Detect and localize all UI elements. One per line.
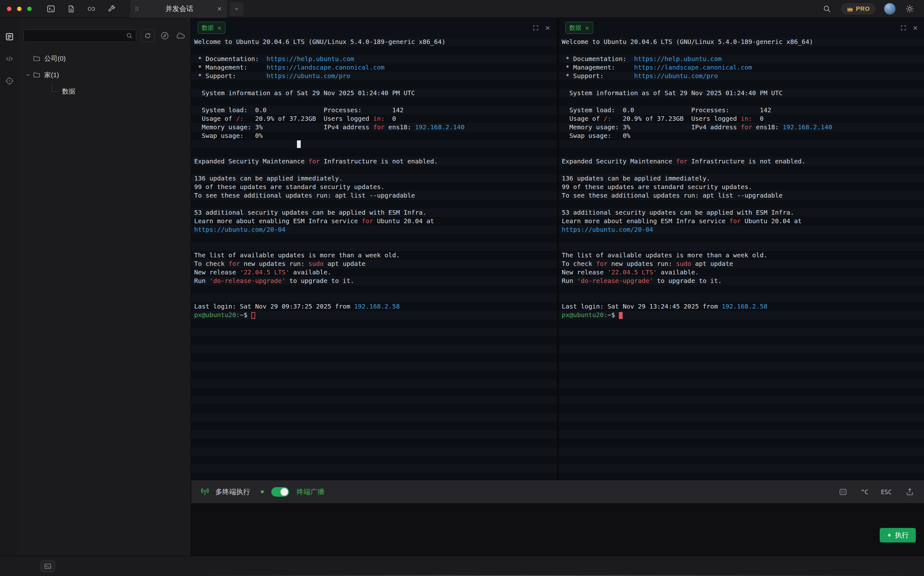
terminal-line xyxy=(559,422,924,430)
terminal-line xyxy=(191,319,557,328)
terminal-line xyxy=(559,396,924,405)
pro-badge[interactable]: PRO xyxy=(841,3,875,14)
terminal-line xyxy=(559,319,924,328)
terminal-line: * Management: https://landscape.canonica… xyxy=(191,63,557,72)
terminal-line: px@ubuntu20:~$ xyxy=(559,311,924,319)
terminal-line: System information as of Sat 29 Nov 2025… xyxy=(191,89,557,98)
zoom-window-button[interactable] xyxy=(27,6,32,11)
broadcast-toggle[interactable] xyxy=(271,487,289,497)
terminal-line xyxy=(559,336,924,345)
terminal-line: The list of available updates is more th… xyxy=(191,251,557,259)
terminal-line xyxy=(191,294,557,302)
search-input-wrap xyxy=(23,29,136,42)
terminal-line xyxy=(559,473,924,480)
tab-close-icon[interactable]: × xyxy=(216,5,223,13)
tree-item[interactable]: 家(1) xyxy=(19,67,191,83)
close-window-button[interactable] xyxy=(7,6,11,11)
tree-connector xyxy=(52,82,58,92)
terminal-line xyxy=(191,439,557,447)
terminal-line xyxy=(191,166,557,174)
tools-wrench-icon[interactable] xyxy=(106,3,117,14)
terminal-line: 53 additional security updates can be ap… xyxy=(559,208,924,217)
sessions-list-icon[interactable] xyxy=(5,32,14,42)
compass-browse-icon[interactable] xyxy=(159,30,170,42)
search-icon[interactable] xyxy=(822,3,832,14)
terminal-line xyxy=(191,413,557,422)
cloud-sync-icon[interactable] xyxy=(175,30,186,42)
terminal-output[interactable]: Welcome to Ubuntu 20.04.6 LTS (GNU/Linux… xyxy=(191,38,557,480)
console-panel-button[interactable] xyxy=(40,560,55,572)
activity-rail xyxy=(0,18,19,556)
tab-title: 并发会话 xyxy=(143,4,216,14)
terminal-line xyxy=(559,294,924,302)
close-pane-icon[interactable]: × xyxy=(545,24,550,32)
terminal-line xyxy=(191,422,557,430)
maximize-pane-icon[interactable] xyxy=(533,25,539,31)
terminal-line: 136 updates can be applied immediately. xyxy=(191,174,557,183)
terminal-line: Usage of /: 20.9% of 37.23GB Users logge… xyxy=(191,114,557,123)
terminal-line: * Documentation: https://help.ubuntu.com xyxy=(559,55,924,63)
keypad-icon[interactable] xyxy=(838,486,849,497)
execute-button[interactable]: 执行 xyxy=(880,528,916,542)
search-input[interactable] xyxy=(27,32,126,39)
terminal-line: px@ubuntu20:~$ xyxy=(191,311,557,319)
avatar[interactable] xyxy=(884,3,895,14)
terminal-line xyxy=(559,371,924,379)
pane-tab[interactable]: 数据 × xyxy=(198,22,226,34)
pane-tab-close-icon[interactable]: × xyxy=(218,25,221,31)
terminal-line xyxy=(191,243,557,251)
pane-tab-close-icon[interactable]: × xyxy=(585,25,589,31)
tree-item[interactable]: 数据 xyxy=(19,83,191,99)
terminal-line xyxy=(191,430,557,439)
broadcast-label: 终端广播 xyxy=(296,487,324,497)
terminal-line xyxy=(191,371,557,379)
terminal-line xyxy=(559,345,924,354)
folder-icon xyxy=(33,55,40,62)
refresh-button[interactable] xyxy=(141,29,155,42)
file-icon[interactable] xyxy=(66,3,77,14)
terminal-line: Memory usage: 3% IPv4 address for ens18:… xyxy=(191,123,557,131)
tree-item-label: 家(1) xyxy=(44,70,59,79)
terminal-line xyxy=(191,200,557,208)
terminal-line xyxy=(559,439,924,447)
terminal-line: 53 additional security updates can be ap… xyxy=(191,208,557,217)
tab-drag-handle-icon[interactable] xyxy=(135,6,139,11)
terminal-line xyxy=(191,362,557,371)
minimize-window-button[interactable] xyxy=(17,6,21,11)
pane-tab[interactable]: 数据 × xyxy=(565,22,593,34)
link-icon[interactable] xyxy=(86,3,97,14)
terminal-line xyxy=(559,413,924,422)
terminal-line: Learn more about enabling ESM Infra serv… xyxy=(191,217,557,226)
terminal-output[interactable]: Welcome to Ubuntu 20.04.6 LTS (GNU/Linux… xyxy=(559,38,924,480)
new-terminal-icon[interactable] xyxy=(46,3,56,14)
pane-tab-label: 数据 xyxy=(202,24,214,32)
crown-icon xyxy=(847,6,854,12)
terminal-line: Usage of /: 20.9% of 37.23GB Users logge… xyxy=(559,114,924,123)
locate-target-icon[interactable] xyxy=(5,76,14,86)
chevron-down-icon[interactable] xyxy=(23,72,33,78)
export-icon[interactable] xyxy=(905,486,915,497)
close-pane-icon[interactable]: × xyxy=(913,24,918,32)
tree-item-label: 数据 xyxy=(62,87,75,96)
broadcast-status-dot xyxy=(261,490,264,493)
terminal-line xyxy=(559,387,924,396)
ctrl-c-button[interactable]: ^C xyxy=(861,488,868,495)
command-input[interactable] xyxy=(194,507,877,553)
tab-list-dropdown[interactable] xyxy=(230,2,243,16)
code-snippets-icon[interactable] xyxy=(5,54,14,64)
esc-button[interactable]: ESC xyxy=(881,488,892,495)
settings-gear-icon[interactable] xyxy=(905,3,915,14)
terminal-line: Swap usage: 0% xyxy=(191,131,557,140)
terminal-line xyxy=(559,200,924,208)
terminal-line xyxy=(559,379,924,387)
terminal-line: To see these additional updates run: apt… xyxy=(191,191,557,200)
terminal-line: Expanded Security Maintenance for Infras… xyxy=(191,157,557,166)
terminal-line xyxy=(559,149,924,157)
terminal-line xyxy=(559,456,924,464)
terminal-pane-right: 数据 × × Welcome to Ubuntu 20.04.6 LTS (GN… xyxy=(559,18,924,480)
terminal-line: New release '22.04.5 LTS' available. xyxy=(559,268,924,277)
maximize-pane-icon[interactable] xyxy=(900,25,906,31)
session-tab[interactable]: 并发会话 × xyxy=(130,0,228,18)
terminal-line xyxy=(191,464,557,473)
tree-item[interactable]: 公司(0) xyxy=(19,50,191,67)
